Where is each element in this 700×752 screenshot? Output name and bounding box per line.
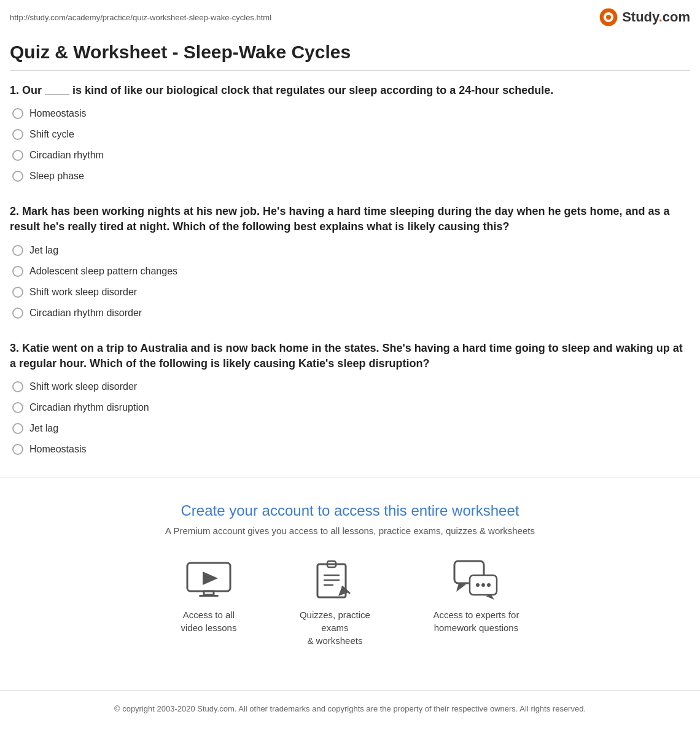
q3-opt1-label: Shift work sleep disorder: [29, 381, 137, 392]
logo: Study.com: [599, 7, 690, 27]
question-2-text: 2. Mark has been working nights at his n…: [10, 204, 690, 235]
question-2: 2. Mark has been working nights at his n…: [10, 204, 690, 318]
radio-q2-opt3[interactable]: [12, 287, 23, 298]
feature-experts: Access to experts forhomework questions: [433, 558, 519, 647]
question-3-text: 3. Katie went on a trip to Australia and…: [10, 341, 690, 371]
question-1-text: 1. Our ____ is kind of like our biologic…: [10, 83, 690, 98]
radio-q2-opt4[interactable]: [12, 308, 23, 319]
q1-opt4-label: Sleep phase: [29, 171, 84, 182]
features-row: Access to allvideo lessons Quizzes, prac…: [10, 558, 690, 647]
radio-q2-opt1[interactable]: [12, 245, 23, 256]
question-3-option-4[interactable]: Homeostasis: [10, 444, 690, 455]
q2-opt4-label: Circadian rhythm disorder: [29, 308, 142, 319]
question-2-option-3[interactable]: Shift work sleep disorder: [10, 287, 690, 298]
q3-opt4-label: Homeostasis: [29, 444, 86, 455]
question-2-option-4[interactable]: Circadian rhythm disorder: [10, 308, 690, 319]
svg-marker-13: [338, 586, 348, 596]
svg-rect-5: [204, 591, 214, 595]
radio-q1-opt2[interactable]: [12, 129, 23, 140]
question-1: 1. Our ____ is kind of like our biologic…: [10, 83, 690, 182]
experts-label: Access to experts forhomework questions: [433, 608, 519, 634]
question-1-option-1[interactable]: Homeostasis: [10, 108, 690, 119]
feature-video: Access to allvideo lessons: [181, 558, 237, 647]
footer-text: © copyright 2003-2020 Study.com. All oth…: [10, 703, 690, 716]
q1-opt3-label: Circadian rhythm: [29, 150, 104, 161]
question-1-option-2[interactable]: Shift cycle: [10, 129, 690, 140]
video-label: Access to allvideo lessons: [181, 608, 237, 634]
footer: © copyright 2003-2020 Study.com. All oth…: [0, 690, 700, 726]
questions-content: 1. Our ____ is kind of like our biologic…: [0, 83, 700, 455]
studycom-logo-icon: [599, 7, 618, 27]
radio-q3-opt2[interactable]: [12, 402, 23, 413]
cta-section: Create your account to access this entir…: [0, 477, 700, 690]
question-2-option-1[interactable]: Jet lag: [10, 245, 690, 256]
cta-title: Create your account to access this entir…: [10, 502, 690, 519]
radio-q2-opt2[interactable]: [12, 266, 23, 277]
radio-q1-opt1[interactable]: [12, 108, 23, 119]
q2-opt2-label: Adolescent sleep pattern changes: [29, 266, 177, 277]
q1-body: Our ____ is kind of like our biological …: [22, 84, 553, 96]
video-icon: [184, 558, 233, 601]
q2-opt3-label: Shift work sleep disorder: [29, 287, 137, 298]
q3-opt2-label: Circadian rhythm disruption: [29, 402, 149, 413]
q3-body: Katie went on a trip to Australia and is…: [10, 342, 683, 370]
svg-point-18: [476, 583, 480, 587]
title-divider: [10, 70, 690, 71]
q2-body: Mark has been working nights at his new …: [10, 205, 670, 233]
radio-q3-opt4[interactable]: [12, 444, 23, 455]
svg-rect-6: [199, 595, 219, 597]
cta-subtitle: A Premium account gives you access to al…: [10, 525, 690, 536]
question-2-option-2[interactable]: Adolescent sleep pattern changes: [10, 266, 690, 277]
logo-text: Study.com: [622, 9, 690, 25]
question-3-option-1[interactable]: Shift work sleep disorder: [10, 381, 690, 392]
q2-opt1-label: Jet lag: [29, 245, 58, 256]
question-3: 3. Katie went on a trip to Australia and…: [10, 341, 690, 455]
svg-marker-4: [203, 572, 218, 585]
question-1-option-3[interactable]: Circadian rhythm: [10, 150, 690, 161]
svg-point-20: [487, 583, 491, 587]
url-bar: http://study.com/academy/practice/quiz-w…: [10, 13, 271, 22]
svg-point-19: [481, 583, 485, 587]
question-3-option-2[interactable]: Circadian rhythm disruption: [10, 402, 690, 413]
question-3-option-3[interactable]: Jet lag: [10, 423, 690, 434]
q3-opt3-label: Jet lag: [29, 423, 58, 434]
experts-icon: [451, 558, 500, 601]
feature-quiz: Quizzes, practice exams& worksheets: [286, 558, 384, 647]
question-1-option-4[interactable]: Sleep phase: [10, 171, 690, 182]
radio-q3-opt3[interactable]: [12, 423, 23, 434]
radio-q3-opt1[interactable]: [12, 381, 23, 392]
page-title: Quiz & Worksheet - Sleep-Wake Cycles: [0, 32, 700, 70]
svg-point-2: [606, 15, 611, 20]
quiz-icon: [310, 558, 359, 601]
radio-q1-opt4[interactable]: [12, 171, 23, 182]
q1-opt2-label: Shift cycle: [29, 129, 74, 140]
svg-marker-15: [456, 583, 466, 592]
quiz-label: Quizzes, practice exams& worksheets: [286, 608, 384, 647]
radio-q1-opt3[interactable]: [12, 150, 23, 161]
top-bar: http://study.com/academy/practice/quiz-w…: [0, 0, 700, 32]
q1-opt1-label: Homeostasis: [29, 108, 86, 119]
